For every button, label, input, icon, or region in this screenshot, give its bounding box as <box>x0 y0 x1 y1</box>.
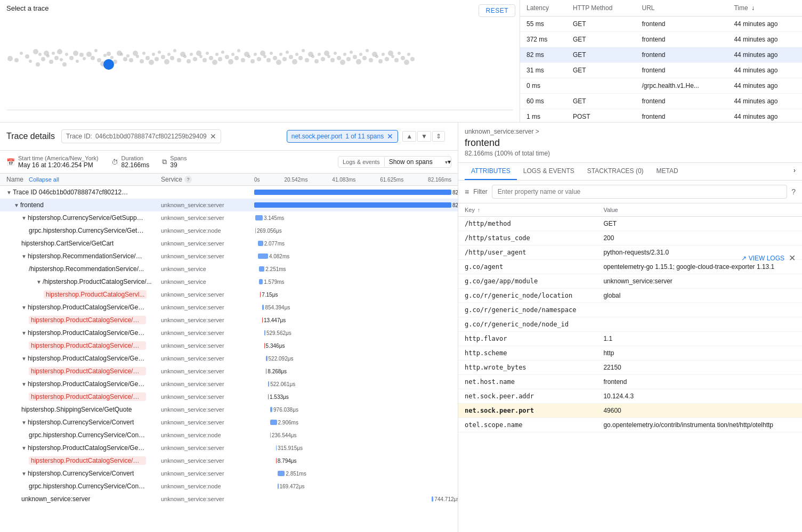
scatter-dot[interactable] <box>183 55 187 58</box>
scatter-dot[interactable] <box>228 59 233 64</box>
scatter-dot[interactable] <box>76 60 79 63</box>
scatter-dot[interactable] <box>247 55 250 58</box>
span-row[interactable]: hipstershop.ProductCatalogService/Get...… <box>0 339 458 352</box>
scatter-dot[interactable] <box>289 55 293 59</box>
close-icon[interactable]: ✕ <box>210 132 216 141</box>
attr-row[interactable]: /http/status_code 200 <box>458 231 802 245</box>
scatter-dot[interactable] <box>129 58 133 62</box>
span-row[interactable]: ▼hipstershop.ProductCatalogService/GetPr… <box>0 352 458 365</box>
collapse-all-button[interactable]: Collapse all <box>29 176 59 183</box>
span-row[interactable]: hipstershop.ProductCatalogService/Get...… <box>0 314 458 326</box>
span-row[interactable]: hipstershop.ProductCatalogService/Get...… <box>0 454 458 467</box>
span-nav-down[interactable]: ▼ <box>417 131 431 142</box>
scatter-dot[interactable] <box>298 56 303 60</box>
scatter-dot[interactable] <box>404 60 409 65</box>
scatter-dot[interactable] <box>234 56 239 60</box>
span-toggle[interactable]: ▼ <box>14 202 19 208</box>
scatter-dot[interactable] <box>273 56 277 60</box>
span-row[interactable]: ▼/hipstershop.ProductCatalogService/...u… <box>0 275 458 288</box>
scatter-dot[interactable] <box>410 57 415 61</box>
tab-stacktraces[interactable]: STACKTRACES (0) <box>581 163 650 180</box>
scatter-dot[interactable] <box>337 56 341 60</box>
attr-row[interactable]: net.sock.peer.addr 10.124.4.3 <box>458 389 802 404</box>
logs-events-select[interactable]: Show on spans Hide <box>385 157 446 167</box>
scatter-dot[interactable] <box>385 57 389 61</box>
scatter-dot[interactable] <box>103 54 107 57</box>
scatter-dot[interactable] <box>167 53 171 56</box>
scatter-dot[interactable] <box>145 56 150 60</box>
scatter-dot[interactable] <box>343 53 346 56</box>
span-row[interactable]: hipstershop.ProductCatalogService/Get...… <box>0 390 458 403</box>
scatter-dot[interactable] <box>314 59 319 63</box>
scatter-dot[interactable] <box>170 56 174 60</box>
trace-id-input[interactable]: Trace ID: 046cb1b0d07888747cf8021259b294… <box>61 129 221 143</box>
scatter-dot[interactable] <box>366 49 369 52</box>
scatter-dot[interactable] <box>94 49 98 52</box>
scatter-dot[interactable] <box>212 60 217 65</box>
table-row[interactable]: 82 ms GET frontend 44 minutes ago <box>520 47 802 63</box>
scatter-dot[interactable] <box>327 55 330 58</box>
filter-help-icon[interactable]: ? <box>791 187 796 196</box>
tab-metadata[interactable]: METAD <box>650 163 685 180</box>
scatter-dot[interactable] <box>164 59 169 64</box>
scatter-dot[interactable] <box>231 53 234 56</box>
attr-row[interactable]: g.co/r/generic_node/node_id <box>458 317 802 332</box>
table-row[interactable]: 372 ms GET frontend 44 minutes ago <box>520 32 802 47</box>
span-row[interactable]: /hipstershop.RecommendationService/...un… <box>0 263 458 275</box>
scatter-dot[interactable] <box>378 59 383 63</box>
span-row[interactable]: ▼hipstershop.ProductCatalogService/GetPr… <box>0 301 458 314</box>
span-row[interactable]: hipstershop.ProductCatalogServl...unknow… <box>0 288 458 301</box>
span-row[interactable]: ▼frontendunknown_service:server82.166ms <box>0 199 458 211</box>
scatter-dot[interactable] <box>276 60 281 65</box>
scatter-dot[interactable] <box>173 49 176 52</box>
attr-row[interactable]: g.co/gae/app/module unknown_service:serv… <box>458 274 802 289</box>
table-row[interactable]: 1 ms POST frontend 44 minutes ago <box>520 109 802 122</box>
scatter-dot[interactable] <box>177 58 181 62</box>
scatter-dot[interactable] <box>152 53 155 56</box>
scatter-dot[interactable] <box>292 59 297 64</box>
view-logs-button[interactable]: ↗ VIEW LOGS <box>741 255 784 262</box>
scatter-dot[interactable] <box>263 55 266 58</box>
scatter-dot[interactable] <box>73 51 78 56</box>
scatter-dot[interactable] <box>362 56 367 60</box>
scatter-dot[interactable] <box>29 60 32 63</box>
tab-logs-events[interactable]: LOGS & EVENTS <box>517 163 581 180</box>
span-row[interactable]: ▼hipstershop.ProductCatalogService/GetPr… <box>0 378 458 390</box>
scatter-dot[interactable] <box>302 49 305 52</box>
span-toggle[interactable]: ▼ <box>21 356 27 362</box>
span-row[interactable]: ▼hipstershop.RecommendationService/List.… <box>0 250 458 263</box>
scatter-dot[interactable] <box>398 52 401 55</box>
scatter-dot[interactable] <box>369 58 373 62</box>
attr-row[interactable]: otel.scope.name go.opentelemetry.io/cont… <box>458 418 802 432</box>
scatter-dot[interactable] <box>91 56 95 60</box>
scatter-dot[interactable] <box>356 59 361 64</box>
scatter-dot[interactable] <box>46 54 50 58</box>
scatter-dot[interactable] <box>103 59 114 70</box>
tab-chevron-right[interactable]: › <box>793 163 796 180</box>
scatter-dot[interactable] <box>206 52 209 55</box>
scatter-dot[interactable] <box>218 57 222 61</box>
span-row[interactable]: ▼Trace ID 046cb1b0d07888747cf8021259b294… <box>0 186 458 199</box>
attr-row[interactable]: /http/method GET <box>458 217 802 231</box>
attr-row[interactable]: g.co/r/generic_node/location global <box>458 289 802 303</box>
span-row[interactable]: ▼hipstershop.CurrencyService/Convertunkn… <box>0 416 458 429</box>
scatter-dot[interactable] <box>318 53 321 56</box>
span-row[interactable]: hipstershop.ProductCatalogService/Get...… <box>0 365 458 378</box>
scatter-dot[interactable] <box>193 57 197 61</box>
span-toggle[interactable]: ▼ <box>6 190 12 195</box>
span-row[interactable]: grpc.hipstershop.CurrencyService/Conv...… <box>0 429 458 441</box>
scatter-dot[interactable] <box>286 51 289 54</box>
scatter-dot[interactable] <box>350 51 353 54</box>
span-nav-expand[interactable]: ⇕ <box>432 131 445 142</box>
scatter-dot[interactable] <box>57 49 62 54</box>
scatter-dot[interactable] <box>209 56 213 60</box>
span-row[interactable]: unknown_service:serverunknown_service:se… <box>0 493 458 505</box>
scatter-dot[interactable] <box>401 56 405 60</box>
scatter-dot[interactable] <box>123 57 127 61</box>
attr-row[interactable]: g.co/r/generic_node/namespace <box>458 303 802 317</box>
scatter-dot[interactable] <box>257 57 261 61</box>
scatter-dot[interactable] <box>187 59 191 63</box>
scatter-dot[interactable] <box>136 55 139 58</box>
scatter-dot[interactable] <box>295 53 298 56</box>
table-row[interactable]: 0 ms /grpc.health.v1.He... 44 minutes ag… <box>520 78 802 94</box>
